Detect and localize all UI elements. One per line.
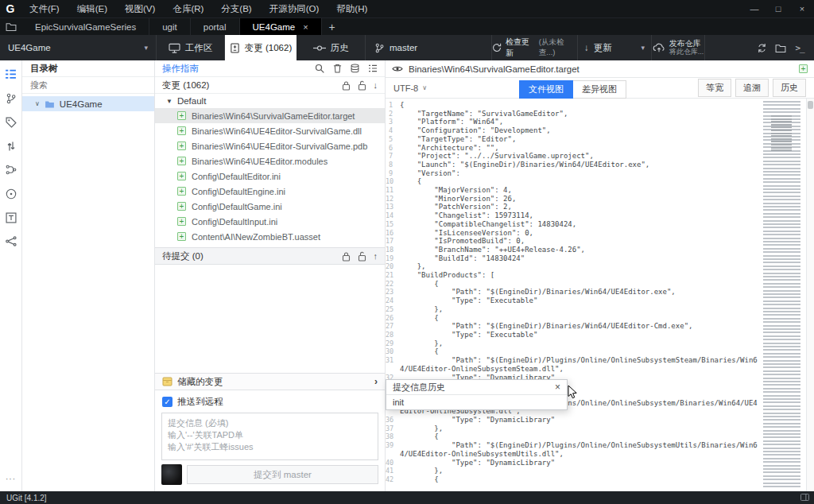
vertical-scrollbar[interactable]: [806, 99, 814, 491]
changed-file-path: Config\DefaultEngine.ini: [192, 187, 285, 196]
changed-file-row[interactable]: + Config\DefaultEditor.ini: [155, 169, 385, 184]
changed-file-row[interactable]: + Binaries\Win64\UE4Editor-SurvivalGame.…: [155, 138, 385, 153]
staged-header-label: 待提交 (0): [162, 250, 204, 262]
chevron-right-icon[interactable]: ›: [374, 376, 378, 387]
changed-file-row[interactable]: + Binaries\Win64\UE4Editor-SurvivalGame.…: [155, 123, 385, 138]
trash-icon[interactable]: [333, 64, 342, 73]
monospace-button[interactable]: 等宽: [698, 79, 731, 97]
changed-file-row[interactable]: + Config\DefaultGame.ini: [155, 199, 385, 214]
workspace-button[interactable]: 工作区: [157, 35, 225, 60]
changed-file-row[interactable]: + Content\AI\NewZombieBT.uasset: [155, 229, 385, 244]
maximize-button[interactable]: □: [766, 0, 790, 17]
repo-tab[interactable]: portal ×: [191, 18, 240, 35]
diff-view-button[interactable]: 差异视图: [573, 80, 626, 99]
line-text: "TargetType": "Editor",: [400, 135, 760, 144]
code-minimap[interactable]: [762, 101, 805, 489]
close-window-button[interactable]: ×: [790, 0, 814, 17]
blame-button[interactable]: 追溯: [735, 79, 769, 97]
lock-closed-icon[interactable]: [342, 251, 351, 262]
new-tab-button[interactable]: +: [322, 18, 343, 35]
repo-tab[interactable]: EpicSurvivalGameSeries ×: [22, 18, 149, 35]
move-up-icon[interactable]: ↑: [374, 251, 378, 261]
guide-link[interactable]: 操作指南: [162, 63, 199, 75]
sidebar-more-button[interactable]: ···: [0, 475, 21, 483]
stash-row[interactable]: 储藏的变更 ›: [155, 373, 385, 390]
minimize-button[interactable]: —: [742, 0, 766, 17]
sidebar-tags-icon[interactable]: [6, 116, 17, 128]
sidebar-wiki-icon[interactable]: [6, 211, 17, 223]
menubar-item[interactable]: 分支(B): [212, 3, 260, 15]
code-line: 40 "Type": "DynamicLibrary": [386, 459, 760, 467]
change-group-row[interactable]: ▼ Default: [155, 94, 385, 108]
menubar-item[interactable]: 视图(V): [116, 3, 164, 15]
close-tab-icon[interactable]: ×: [303, 22, 308, 32]
sidebar-merge-icon[interactable]: [6, 164, 17, 176]
changes-tab[interactable]: 变更 (1062): [225, 35, 297, 60]
guide-row: 操作指南: [155, 60, 385, 77]
sidebar-issues-icon[interactable]: [6, 188, 17, 200]
lock-open-icon[interactable]: [358, 80, 366, 91]
update-button[interactable]: ↓ 更新 ▾: [578, 35, 652, 60]
commit-history-item[interactable]: init: [386, 395, 567, 409]
repo-selector-dropdown[interactable]: UE4Game ▾: [0, 35, 157, 60]
history-tab[interactable]: 历史: [297, 35, 366, 60]
changed-file-row[interactable]: + Config\DefaultInput.ini: [155, 214, 385, 229]
push-remote-label: 推送到远程: [177, 396, 223, 408]
line-number: 15: [386, 220, 400, 229]
publish-repo-button[interactable]: 发布仓库 将此仓库...: [652, 35, 705, 60]
stash-stack-icon[interactable]: [351, 64, 359, 73]
changed-file-row[interactable]: + Binaries\Win64\SurvivalGameEditor.targ…: [155, 108, 385, 123]
line-number: 14: [386, 211, 400, 220]
check-update-button[interactable]: 检查更新 (从未检查...): [492, 35, 578, 60]
lock-closed-icon[interactable]: [342, 80, 351, 91]
triangle-down-icon[interactable]: ▼: [166, 98, 172, 105]
layout-panel-icon[interactable]: [800, 494, 809, 501]
sidebar-pull-request-icon[interactable]: [6, 140, 16, 152]
repo-tab[interactable]: ugit ×: [149, 18, 191, 35]
menubar-item[interactable]: 文件(F): [21, 3, 68, 15]
tree-root-item[interactable]: ∨ UE4Game: [22, 96, 154, 111]
terminal-icon[interactable]: >_: [790, 35, 809, 60]
line-number: 27: [386, 322, 400, 331]
added-file-icon: +: [177, 157, 186, 165]
code-line: 25 },: [386, 305, 760, 314]
menubar-item[interactable]: 仓库(R): [164, 3, 212, 15]
menubar-item[interactable]: 帮助(H): [328, 3, 376, 15]
commit-button[interactable]: 提交到 master: [187, 465, 378, 484]
commit-message-input[interactable]: [161, 413, 378, 460]
code-line: 17 "IsPromotedBuild": 0,: [386, 237, 760, 246]
branch-selector[interactable]: master: [366, 35, 492, 60]
statusbar: UGit [4.1.2]: [0, 491, 814, 504]
sidebar-network-icon[interactable]: [6, 235, 17, 247]
move-down-icon[interactable]: ↓: [374, 80, 378, 90]
line-text: "Type": "DynamicLibrary": [400, 459, 760, 467]
refresh-icon: [492, 43, 502, 52]
lock-open-icon[interactable]: [358, 251, 366, 262]
repo-tab[interactable]: UE4Game ×: [240, 18, 322, 35]
open-repo-folder-icon[interactable]: [0, 18, 22, 35]
menubar-item[interactable]: 编辑(E): [68, 3, 116, 15]
changed-file-row[interactable]: + Binaries\Win64\UE4Editor.modules: [155, 153, 385, 169]
changed-file-row[interactable]: + Config\DefaultEngine.ini: [155, 184, 385, 199]
push-remote-checkbox[interactable]: ✓: [162, 397, 172, 407]
file-view-button[interactable]: 文件视图: [519, 80, 573, 99]
line-number: 29: [386, 339, 400, 348]
encoding-dropdown[interactable]: UTF-8 ∨: [393, 83, 427, 93]
avatar[interactable]: [161, 464, 182, 485]
line-number: 37: [386, 425, 400, 433]
commit-message-history-popup: 提交信息历史 × init: [386, 379, 568, 410]
sidebar-branches-icon[interactable]: [6, 92, 16, 104]
menubar-item[interactable]: 开源协同(O): [261, 3, 328, 15]
close-popup-icon[interactable]: ×: [555, 382, 560, 393]
chevron-down-icon[interactable]: ∨: [35, 100, 40, 107]
list-view-icon[interactable]: [368, 64, 378, 72]
sidebar-changes-icon[interactable]: [5, 68, 17, 80]
scrollbar-thumb[interactable]: [808, 101, 813, 109]
stash-box-icon: [162, 377, 172, 386]
file-history-button[interactable]: 历史: [773, 79, 806, 97]
tree-search-input[interactable]: [22, 79, 154, 91]
search-icon[interactable]: [315, 64, 324, 73]
folder-icon[interactable]: [771, 35, 790, 60]
sync-icon[interactable]: [752, 35, 771, 60]
popup-title: 提交信息历史: [393, 382, 445, 394]
